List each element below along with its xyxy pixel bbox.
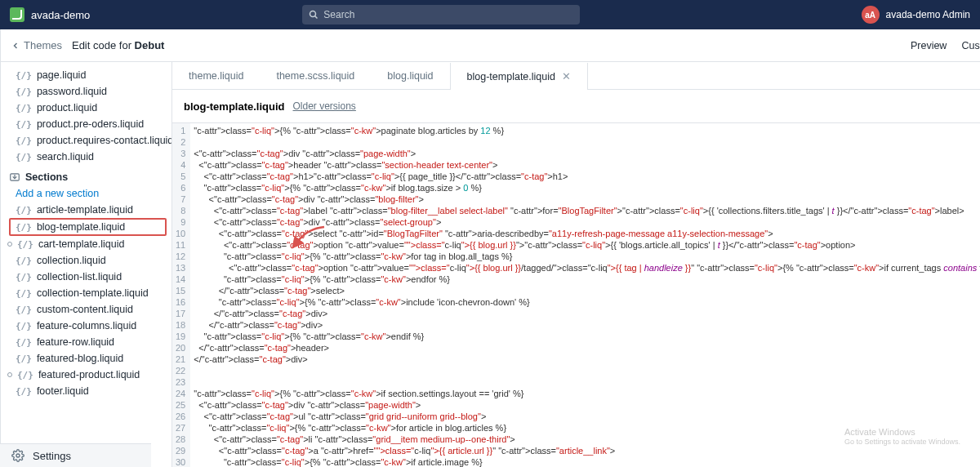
- edit-code-label: Edit code for Debut: [72, 39, 164, 51]
- code-area[interactable]: 1234567891011121314151617181920212223242…: [172, 123, 980, 467]
- file-article-template-liquid[interactable]: {/}article-template.liquid: [1, 202, 172, 218]
- editor-header: Themes Edit code for Debut Preview Custo…: [1, 29, 980, 62]
- liquid-file-icon: {/}: [17, 239, 33, 250]
- liquid-file-icon: {/}: [17, 370, 33, 380]
- tab-blog-liquid[interactable]: blog.liquid: [371, 62, 449, 89]
- file-tabs: theme.liquidtheme.scss.liquidblog.liquid…: [172, 62, 980, 90]
- search-icon: [309, 10, 318, 20]
- liquid-file-icon: {/}: [16, 70, 32, 81]
- liquid-file-icon: {/}: [16, 386, 32, 397]
- store-name: avada-demo: [31, 9, 90, 21]
- file-feature-columns-liquid[interactable]: {/}feature-columns.liquid: [1, 318, 172, 334]
- file-search-liquid[interactable]: {/}search.liquid: [1, 149, 172, 165]
- file-collection-liquid[interactable]: {/}collection.liquid: [1, 252, 172, 269]
- liquid-file-icon: {/}: [16, 354, 32, 364]
- file-tree[interactable]: {/}page.liquid{/}password.liquid{/}produ…: [1, 62, 172, 467]
- file-footer-liquid[interactable]: {/}footer.liquid: [1, 383, 172, 399]
- avatar[interactable]: aA: [862, 6, 880, 24]
- liquid-file-icon: {/}: [16, 321, 32, 331]
- liquid-file-icon: {/}: [16, 87, 32, 97]
- file-page-liquid[interactable]: {/}page.liquid: [1, 67, 172, 83]
- file-featured-blog-liquid[interactable]: {/}featured-blog.liquid: [1, 350, 172, 367]
- admin-name[interactable]: avada-demo Admin: [886, 9, 970, 20]
- search-input[interactable]: Search: [302, 5, 580, 24]
- liquid-file-icon: {/}: [16, 272, 32, 282]
- file-product-pre-oders-liquid[interactable]: {/}product.pre-oders.liquid: [1, 116, 172, 132]
- tab-theme-liquid[interactable]: theme.liquid: [172, 62, 260, 89]
- liquid-file-icon: {/}: [16, 103, 32, 113]
- file-cart-template-liquid[interactable]: {/}cart-template.liquid: [1, 236, 172, 252]
- file-product-liquid[interactable]: {/}product.liquid: [1, 100, 172, 116]
- liquid-file-icon: {/}: [16, 136, 32, 146]
- file-product-requires-contact-liquid[interactable]: {/}product.requires-contact.liquid: [1, 132, 172, 149]
- liquid-file-icon: {/}: [16, 222, 32, 233]
- liquid-file-icon: {/}: [16, 119, 32, 130]
- sections-folder[interactable]: Sections: [1, 165, 172, 185]
- svg-point-0: [310, 11, 316, 17]
- file-collection-template-liquid[interactable]: {/}collection-template.liquid: [1, 285, 172, 301]
- add-new-section[interactable]: Add a new section: [1, 185, 172, 202]
- current-file-name: blog-template.liquid: [184, 100, 285, 113]
- liquid-file-icon: {/}: [16, 288, 32, 299]
- folder-download-icon: [9, 171, 20, 183]
- top-bar: avada-demo Search aA avada-demo Admin: [0, 0, 980, 29]
- liquid-file-icon: {/}: [16, 337, 32, 348]
- back-to-themes[interactable]: Themes: [11, 39, 62, 51]
- file-collection-list-liquid[interactable]: {/}collection-list.liquid: [1, 269, 172, 285]
- file-custom-content-liquid[interactable]: {/}custom-content.liquid: [1, 301, 172, 318]
- file-bar: blog-template.liquid Older versions Dele…: [172, 90, 980, 123]
- file-password-liquid[interactable]: {/}password.liquid: [1, 83, 172, 100]
- liquid-file-icon: {/}: [16, 152, 32, 162]
- tab-theme-scss-liquid[interactable]: theme.scss.liquid: [260, 62, 371, 89]
- liquid-file-icon: {/}: [16, 256, 32, 266]
- customize-theme-link[interactable]: Customize theme: [961, 40, 980, 51]
- older-versions-link[interactable]: Older versions: [293, 100, 356, 112]
- liquid-file-icon: {/}: [16, 305, 32, 315]
- file-featured-product-liquid[interactable]: {/}featured-product.liquid: [1, 367, 172, 383]
- file-feature-row-liquid[interactable]: {/}feature-row.liquid: [1, 334, 172, 350]
- tab-blog-template-liquid[interactable]: blog-template.liquid✕: [450, 63, 588, 90]
- shopify-logo-icon: [10, 7, 24, 22]
- chevron-left-icon: [11, 41, 20, 51]
- liquid-file-icon: {/}: [16, 205, 32, 216]
- file-blog-template-liquid[interactable]: {/}blog-template.liquid: [9, 218, 167, 236]
- close-tab-icon[interactable]: ✕: [562, 70, 571, 82]
- code-editor: Themes Edit code for Debut Preview Custo…: [1, 29, 980, 467]
- store-switcher[interactable]: avada-demo: [10, 7, 90, 22]
- modified-dot-icon: [7, 372, 12, 377]
- modified-dot-icon: [7, 242, 12, 247]
- preview-link[interactable]: Preview: [911, 40, 947, 51]
- svg-line-1: [315, 16, 318, 19]
